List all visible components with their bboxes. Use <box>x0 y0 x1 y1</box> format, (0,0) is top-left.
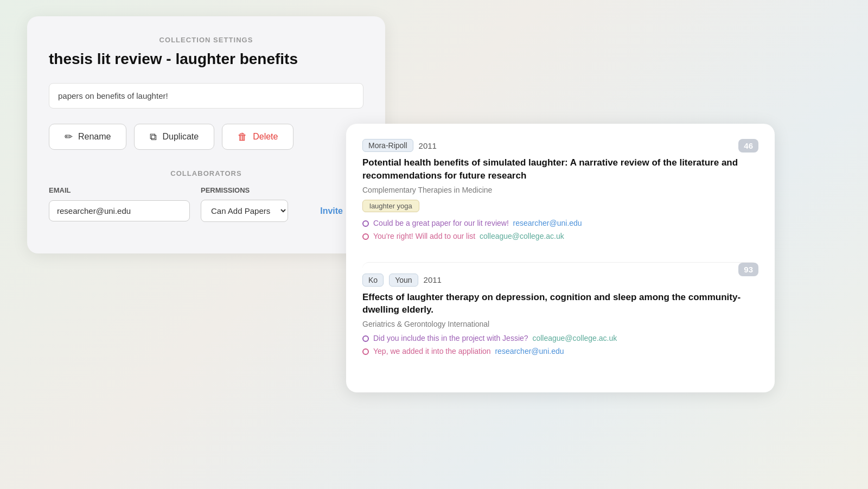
comments-section: Could be a great paper for our lit revie… <box>362 219 758 240</box>
comment-author: colleague@college.ac.uk <box>532 334 617 342</box>
authors-row: Mora-Ripoll 2011 <box>362 139 758 152</box>
comment-text: Did you include this in the project with… <box>373 334 617 342</box>
paper-card: 93 Ko Youn 2011 Effects of laughter ther… <box>362 262 758 367</box>
comment-text: Yep, we added it into the appliation res… <box>373 347 564 355</box>
paper-tag: laughter yoga <box>362 200 419 212</box>
paper-year: 2011 <box>424 275 442 284</box>
author-tag: Youn <box>389 274 418 287</box>
action-buttons: ✏ Rename ⧉ Duplicate 🗑 Delete <box>49 124 363 150</box>
comment-author: colleague@college.ac.uk <box>480 232 564 240</box>
paper-journal: Complementary Therapies in Medicine <box>362 186 758 194</box>
settings-panel: COLLECTION SETTINGS thesis lit review - … <box>27 16 385 253</box>
comment-row: Could be a great paper for our lit revie… <box>362 219 758 227</box>
delete-button[interactable]: 🗑 Delete <box>222 124 293 150</box>
paper-year: 2011 <box>419 141 437 150</box>
rename-button[interactable]: ✏ Rename <box>49 124 126 150</box>
papers-panel: 46 Mora-Ripoll 2011 Potential health ben… <box>346 124 775 392</box>
delete-icon: 🗑 <box>238 131 247 143</box>
rename-icon: ✏ <box>65 131 73 143</box>
email-column-header: EMAIL <box>49 186 190 194</box>
comment-dot <box>362 220 369 227</box>
paper-card: 46 Mora-Ripoll 2011 Potential health ben… <box>362 139 758 251</box>
comment-author: researcher@uni.edu <box>513 219 582 227</box>
comments-section: Did you include this in the project with… <box>362 334 758 355</box>
citation-count-badge: 93 <box>738 263 758 276</box>
email-input[interactable] <box>49 200 190 221</box>
collection-description: papers on benefits of laughter! <box>49 83 363 109</box>
comment-dot <box>362 348 369 355</box>
permissions-column-header: PERMISSIONS <box>201 186 250 194</box>
paper-title: Effects of laughter therapy on depressio… <box>362 291 758 317</box>
paper-title: Potential health benefits of simulated l… <box>362 156 758 182</box>
comment-row: You're right! Will add to our list colle… <box>362 232 758 240</box>
collaborator-row: Can Add Papers Can View Can Edit Invite … <box>49 200 363 222</box>
authors-row: Ko Youn 2011 <box>362 274 758 287</box>
comment-text: Could be a great paper for our lit revie… <box>373 219 582 227</box>
paper-journal: Geriatrics & Gerontology International <box>362 320 758 328</box>
comment-row: Yep, we added it into the appliation res… <box>362 347 758 355</box>
permissions-select[interactable]: Can Add Papers Can View Can Edit <box>201 200 288 222</box>
collection-title: thesis lit review - laughter benefits <box>49 50 363 68</box>
citation-count-badge: 46 <box>738 139 758 153</box>
author-tag: Mora-Ripoll <box>362 139 413 152</box>
comment-author: researcher@uni.edu <box>495 347 564 355</box>
duplicate-button[interactable]: ⧉ Duplicate <box>134 124 214 150</box>
duplicate-icon: ⧉ <box>150 131 157 143</box>
collaborators-label: COLLABORATORS <box>49 169 363 177</box>
comment-text: You're right! Will add to our list colle… <box>373 232 564 240</box>
author-tag: Ko <box>362 274 384 287</box>
comment-dot <box>362 233 369 240</box>
section-label: COLLECTION SETTINGS <box>49 36 363 44</box>
collaborators-header: EMAIL PERMISSIONS <box>49 186 363 194</box>
comment-dot <box>362 335 369 342</box>
comment-row: Did you include this in the project with… <box>362 334 758 342</box>
